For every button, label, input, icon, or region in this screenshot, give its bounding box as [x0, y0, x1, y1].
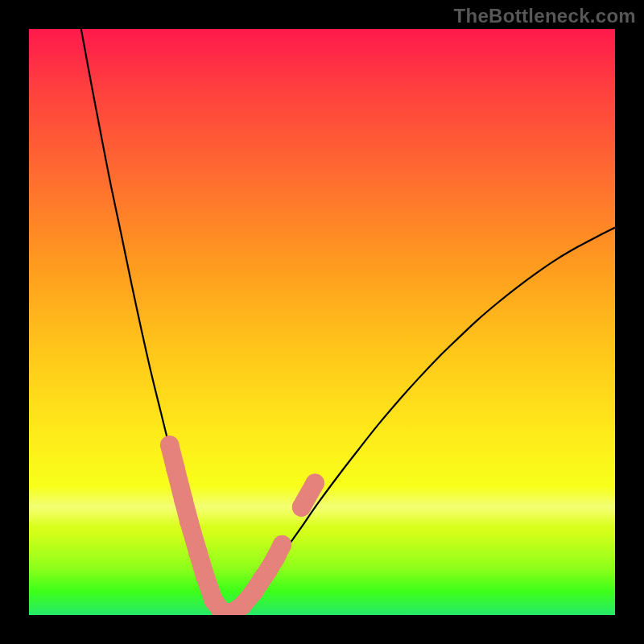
marker-dot: [273, 535, 291, 554]
marker-dot: [306, 474, 324, 493]
curve-group: [81, 29, 615, 615]
marker-dot: [175, 491, 193, 510]
marker-dot: [292, 497, 311, 516]
marker-dot: [196, 568, 214, 586]
marker-dot: [166, 459, 184, 477]
chart-svg: [29, 29, 615, 615]
marker-dot: [180, 512, 198, 530]
markers-group: [160, 436, 324, 615]
marker-dot: [160, 436, 179, 454]
watermark-text: TheBottleneck.com: [454, 5, 636, 27]
plot-area: [29, 29, 615, 615]
chart-container: TheBottleneck.com: [0, 0, 644, 644]
marker-dot: [189, 544, 208, 563]
bottleneck-curve: [81, 29, 615, 615]
